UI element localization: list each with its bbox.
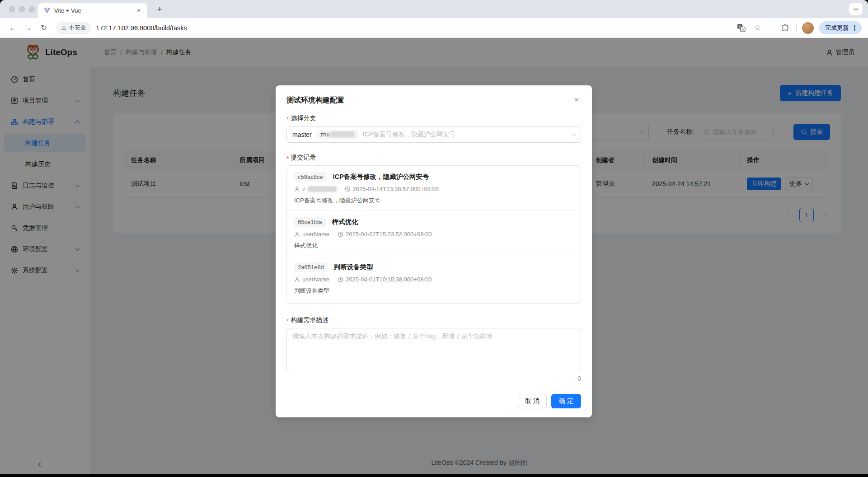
cancel-button[interactable]: 取 消 <box>518 394 547 408</box>
user-icon <box>294 231 300 237</box>
cancel-label: 取 消 <box>525 397 540 405</box>
browser-tab[interactable]: Vite + Vue ✕ <box>38 3 147 18</box>
commit-message: 样式优化 <box>294 242 573 250</box>
commit-title: ICP备案号修改，隐藏沪公网安号 <box>333 173 429 181</box>
commit-time: 2025-04-14T13:38:57.000+08:00 <box>353 186 439 192</box>
address-bar[interactable]: ⚠ 不安全 172.17.102.96:8000/build/tasks <box>56 22 734 34</box>
app-window: LiteOps 首页 / 构建与部署 / 构建任务 管理员 首页 <box>0 38 868 474</box>
browser-chrome: Vite + Vue ✕ + ← → ↻ ⚠ 不安全 172.17.102.96… <box>0 0 868 38</box>
branch-select[interactable]: master zhu ICP备案号修改，隐藏沪公网安号 <box>286 126 581 143</box>
clock-icon <box>338 231 343 237</box>
branch-commit-summary: ICP备案号修改，隐藏沪公网安号 <box>363 131 568 139</box>
confirm-label: 确 定 <box>559 397 573 405</box>
bookmark-star-icon[interactable]: ☆ <box>752 23 763 33</box>
user-icon <box>294 276 300 282</box>
commit-hash: 2a651e8d <box>294 262 328 272</box>
description-label: 构建需求描述 <box>291 316 328 324</box>
update-chip-button[interactable]: 完成更新 ⋮ <box>819 21 862 34</box>
modal-title: 测试环境构建配置 <box>286 96 581 105</box>
commit-item[interactable]: c59ac8ce ICP备案号修改，隐藏沪公网安号 z 2025-04-14T1… <box>287 166 581 211</box>
window-close-button[interactable] <box>9 6 15 12</box>
update-chip-label: 完成更新 <box>825 24 849 32</box>
browser-toolbar: ← → ↻ ⚠ 不安全 172.17.102.96:8000/build/tas… <box>0 18 868 38</box>
required-asterisk: * <box>286 318 289 324</box>
window-controls[interactable] <box>9 6 35 12</box>
chevron-down-icon <box>572 131 576 136</box>
branch-value: master <box>292 131 312 138</box>
tab-close-icon[interactable]: ✕ <box>135 6 143 14</box>
commit-title: 判断设备类型 <box>334 263 373 271</box>
kebab-menu-icon[interactable]: ⋮ <box>851 24 858 32</box>
extensions-puzzle-icon[interactable] <box>780 23 791 33</box>
commit-item[interactable]: 2a651e8d 判断设备类型 userName 2025-04-01T10:1… <box>287 256 581 301</box>
branch-commit-tag: zhu <box>316 130 358 139</box>
commit-message: 判断设备类型 <box>294 287 573 295</box>
profile-avatar[interactable] <box>802 22 814 34</box>
vite-favicon <box>43 7 51 14</box>
user-icon <box>294 186 300 192</box>
reload-button[interactable]: ↻ <box>37 21 51 35</box>
commit-hash: 65ce1fda <box>294 217 326 227</box>
confirm-button[interactable]: 确 定 <box>551 394 581 408</box>
chevron-down-icon <box>854 6 858 11</box>
translate-icon[interactable]: 文 A <box>736 23 746 33</box>
warning-icon: ⚠ <box>61 25 66 31</box>
redacted-text <box>308 186 337 192</box>
required-asterisk: * <box>286 116 289 122</box>
commits-label: 提交记录 <box>291 154 316 162</box>
clock-icon <box>345 186 351 192</box>
tab-title: Vite + Vue <box>54 7 131 14</box>
close-icon[interactable]: ✕ <box>570 94 583 106</box>
commit-list: c59ac8ce ICP备案号修改，隐藏沪公网安号 z 2025-04-14T1… <box>286 165 581 304</box>
branch-tag-text: zhu <box>320 131 330 138</box>
window-minimize-button[interactable] <box>19 6 25 12</box>
back-button[interactable]: ← <box>6 21 20 35</box>
commit-title: 样式优化 <box>332 218 358 226</box>
required-asterisk: * <box>286 155 289 162</box>
svg-text:A: A <box>741 28 744 32</box>
commit-time: 2025-04-02T15:23:52.000+08:00 <box>346 231 432 238</box>
url-text[interactable]: 172.17.102.96:8000/build/tasks <box>96 24 187 32</box>
security-chip[interactable]: ⚠ 不安全 <box>56 22 91 34</box>
branch-label: 选择分支 <box>291 114 316 122</box>
new-tab-button[interactable]: + <box>154 4 165 15</box>
commit-author: userName <box>302 231 329 238</box>
toolbar-right: 文 A ☆ 完成更新 ⋮ <box>736 21 862 34</box>
browser-tab-bar: Vite + Vue ✕ + <box>0 0 868 18</box>
commit-author: userName <box>302 276 329 283</box>
forward-button[interactable]: → <box>22 21 35 35</box>
commit-message: ICP备案号修改，隐藏沪公网安号 <box>294 196 573 205</box>
build-description-textarea[interactable] <box>286 328 581 371</box>
tab-search-button[interactable] <box>849 3 863 15</box>
commit-hash: c59ac8ce <box>294 172 327 182</box>
commit-time: 2025-04-01T10:15:38.000+08:00 <box>346 276 432 283</box>
build-config-modal: 测试环境构建配置 ✕ * 选择分支 master zhu ICP备案号修改，隐藏… <box>276 85 592 417</box>
character-counter: 0 <box>286 375 581 382</box>
clock-icon <box>338 276 343 282</box>
toolbar-divider <box>796 24 797 32</box>
commit-item[interactable]: 65ce1fda 样式优化 userName 2025-04-02T15:23:… <box>287 211 581 256</box>
commit-author: z <box>302 186 305 192</box>
window-zoom-button[interactable] <box>29 6 35 12</box>
redacted-text <box>331 131 354 137</box>
security-label: 不安全 <box>69 24 86 32</box>
